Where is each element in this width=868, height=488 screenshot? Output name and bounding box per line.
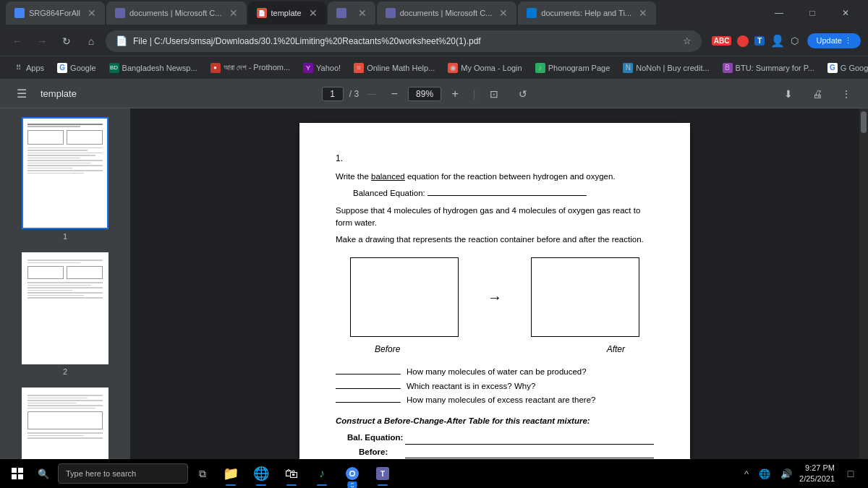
thumb-line-10 — [27, 170, 103, 171]
pdf-sep2: | — [473, 89, 475, 99]
bookmark-yahoo[interactable]: Y Yahoo! — [297, 60, 346, 76]
bookmark-apps[interactable]: ⠿ Apps — [7, 60, 50, 76]
thumbnail-num-1: 1 — [63, 232, 67, 241]
bookmark-label-google: Google — [70, 64, 95, 72]
extension-icon-t[interactable]: T — [754, 36, 765, 46]
network-icon[interactable]: 🌐 — [756, 466, 773, 482]
taskbar-store[interactable]: 🛍 — [278, 460, 305, 487]
back-button[interactable]: ← — [7, 31, 27, 51]
bookmark-label-apps: Apps — [26, 64, 44, 72]
tab-favicon-teams3 — [386, 8, 396, 18]
tab-teams1[interactable]: documents | Microsoft C... ✕ — [106, 1, 247, 25]
home-button[interactable]: ⌂ — [81, 31, 101, 51]
tab-favicon-teams2 — [336, 8, 346, 18]
bookmark-bangladesh[interactable]: BD Bangladesh Newsp... — [103, 60, 203, 76]
question-1-text: Write the balanced equation for the reac… — [336, 171, 654, 183]
tab-close-edge[interactable]: ✕ — [639, 8, 647, 18]
thumb-subtitle-1 — [27, 126, 80, 127]
pdf-more-button[interactable]: ⋮ — [836, 84, 856, 104]
extension-icon-abc[interactable]: ABC — [712, 36, 732, 46]
tab-teams3[interactable]: documents | Microsoft C... ✕ — [377, 1, 517, 25]
taskbar-clock[interactable]: 9:27 PM 2/25/2021 — [799, 463, 835, 485]
scrollbar-track[interactable] — [859, 108, 868, 488]
question-underline: balanced — [371, 172, 405, 181]
thumb-line-1 — [27, 147, 103, 149]
pdf-rotate-button[interactable]: ↺ — [513, 84, 533, 104]
thumb-line-3-8 — [27, 435, 84, 437]
profile-icon[interactable]: 👤 — [770, 34, 785, 48]
bookmark-google[interactable]: G Google — [51, 60, 101, 76]
bookmark-mathhelp[interactable]: ≡ Online Math Help... — [348, 60, 441, 76]
url-bar[interactable]: 📄 File | C:/Users/smsaj/Downloads/30.1%2… — [106, 30, 702, 52]
browser-chrome: SRG864ForAll ✕ documents | Microsoft C..… — [0, 0, 868, 80]
draw-box-before — [350, 257, 459, 337]
scrollbar-thumb[interactable] — [861, 111, 867, 133]
minimize-button[interactable]: — — [762, 0, 796, 26]
taskbar-search-box[interactable]: Type here to search — [58, 463, 188, 484]
pdf-content: 1 — [0, 108, 868, 488]
thumbnail-sidebar: 1 — [0, 108, 130, 488]
taskbar-task-view[interactable]: ⧉ — [191, 462, 214, 485]
bookmark-ooma[interactable]: ◉ My Ooma - Login — [442, 60, 527, 76]
pdf-page-input[interactable] — [322, 87, 344, 101]
pdf-zoom-input[interactable] — [408, 87, 441, 101]
thumb-line-2-9 — [27, 297, 103, 299]
bookmark-phonogram[interactable]: ♪ Phonogram Page — [529, 60, 616, 76]
bookmark-label-google2: G Google — [841, 64, 868, 72]
thumb-box-left — [27, 130, 64, 145]
bookmark-label-prothom: আরা দেশ - Prothom... — [224, 63, 291, 72]
refresh-button[interactable]: ↻ — [56, 31, 77, 51]
taskbar-search-text: Type here to search — [66, 469, 136, 478]
taskbar-search-area[interactable]: 🔍 — [32, 462, 55, 485]
url-text: File | C:/Users/smsaj/Downloads/30.1%20L… — [133, 36, 677, 46]
pdf-download-button[interactable]: ⬇ — [778, 84, 799, 104]
thumbnail-page-2[interactable]: 2 — [6, 252, 124, 376]
tab-edge[interactable]: documents: Help and Ti... ✕ — [518, 1, 656, 25]
maximize-button[interactable]: □ — [796, 0, 829, 26]
close-button[interactable]: ✕ — [829, 0, 862, 26]
taskbar-teams[interactable]: T — [369, 460, 396, 487]
taskbar-start-button[interactable] — [6, 462, 29, 485]
update-button[interactable]: Update ⋮ — [807, 33, 861, 48]
pdf-zoom-out-button[interactable]: − — [385, 85, 404, 103]
bookmark-google2[interactable]: G G Google — [822, 60, 868, 76]
tab-close-srgo[interactable]: ✕ — [88, 8, 96, 18]
bookmark-star-icon[interactable]: ☆ — [683, 35, 692, 46]
tab-close-template[interactable]: ✕ — [309, 8, 318, 18]
thumb-line-2-3 — [27, 282, 103, 283]
thumbnail-page-1[interactable]: 1 — [6, 117, 124, 241]
extension-icon-red[interactable] — [737, 35, 749, 47]
tab-bar: SRG864ForAll ✕ documents | Microsoft C..… — [0, 0, 868, 26]
notification-button[interactable]: □ — [839, 462, 862, 485]
thumb-line-3-3 — [27, 400, 103, 401]
tab-srgo[interactable]: SRG864ForAll ✕ — [6, 1, 105, 25]
lock-icon: 📄 — [116, 35, 127, 46]
taskbar-spotify[interactable]: ♪ — [308, 460, 336, 487]
tab-close-teams2[interactable]: ✕ — [358, 8, 367, 18]
bookmark-prothom[interactable]: ● আরা দেশ - Prothom... — [205, 60, 297, 76]
pdf-zoom-in-button[interactable]: + — [446, 85, 464, 103]
bookmark-nonoh[interactable]: N NoNoh | Buy credit... — [617, 60, 715, 76]
thumb-line-7 — [27, 163, 91, 164]
taskbar-chrome[interactable]: 6 — [339, 460, 366, 487]
question-1-number: 1. — [336, 152, 654, 165]
volume-icon[interactable]: 🔊 — [778, 466, 795, 482]
pdf-print-button[interactable]: 🖨 — [807, 84, 827, 104]
forward-button[interactable]: → — [32, 31, 52, 51]
tab-teams2[interactable]: ✕ — [328, 1, 375, 25]
pdf-menu-button[interactable]: ☰ — [12, 84, 32, 104]
extensions-icon[interactable]: ⬡ — [791, 35, 799, 46]
tab-close-teams3[interactable]: ✕ — [499, 8, 508, 18]
taskbar-edge[interactable]: 🌐 — [247, 460, 275, 487]
tray-up-icon[interactable]: ^ — [741, 466, 752, 482]
chrome-badge: 6 — [347, 481, 357, 488]
thumb-title-1 — [27, 124, 103, 125]
bookmark-btu[interactable]: B BTU: Summary for P... — [717, 60, 820, 76]
tab-close-teams1[interactable]: ✕ — [229, 8, 238, 18]
tab-template[interactable]: 📄 template ✕ — [248, 1, 326, 25]
thumb-box2-left — [27, 266, 64, 279]
pdf-fit-button[interactable]: ⊡ — [484, 84, 504, 104]
taskbar-explorer[interactable]: 📁 — [217, 460, 244, 487]
thumb-line-8 — [27, 165, 103, 166]
bal-eq-row: Bal. Equation: — [347, 432, 654, 444]
